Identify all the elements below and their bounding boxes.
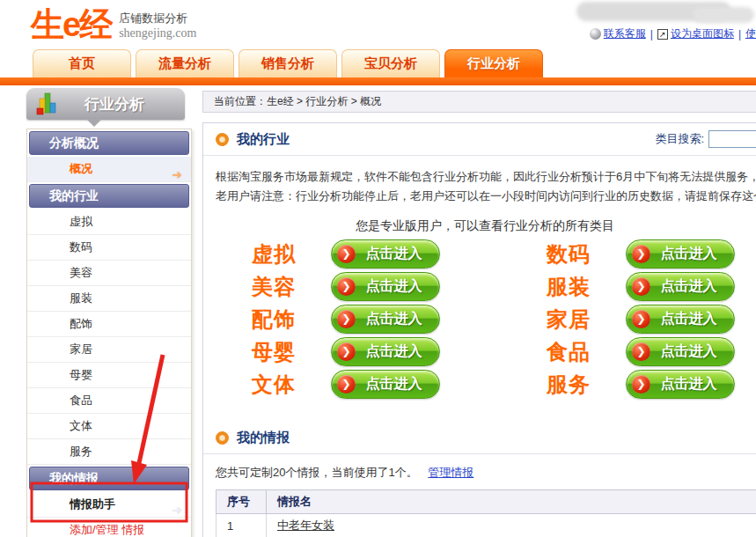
intel-section-header: 我的情报 <box>203 422 756 454</box>
category-cell: 美容 ❯ 点击进入 <box>252 272 547 301</box>
pro-user-note: 您是专业版用户，可以查看行业分析的所有类目 <box>203 218 756 234</box>
category-cell: 配饰 ❯ 点击进入 <box>252 305 547 334</box>
arrow-circle-icon: ❯ <box>337 375 356 394</box>
tab-item-analysis[interactable]: 宝贝分析 <box>341 49 440 77</box>
enter-button-services[interactable]: ❯ 点击进入 <box>626 370 735 399</box>
enter-button-label: 点击进入 <box>661 310 724 328</box>
breadcrumb[interactable]: 当前位置：生e经 > 行业分析 > 概况 <box>202 91 756 113</box>
enter-button-label: 点击进入 <box>661 375 724 394</box>
enter-button-label: 点击进入 <box>366 245 429 263</box>
category-cell: 数码 ❯ 点击进入 <box>547 239 756 268</box>
sidebar-title: 行业分析 <box>84 94 144 114</box>
contact-service-icon <box>590 28 601 40</box>
sidebar-item-beauty[interactable]: 美容 <box>27 261 191 286</box>
active-arrow-icon: ➜ <box>172 162 182 187</box>
sidebar-item-intel-assistant[interactable]: 情报助手 ➜ <box>27 492 191 518</box>
category-label: 文体 <box>252 371 318 399</box>
tab-traffic-analysis[interactable]: 流量分析 <box>136 49 234 77</box>
category-label: 虚拟 <box>252 240 318 268</box>
sidebar-item-manage-intel[interactable]: 添加/管理 情报 <box>27 518 191 537</box>
enter-button-beauty[interactable]: ❯ 点击进入 <box>331 272 440 301</box>
sidebar-item-baby[interactable]: 母婴 <box>27 363 191 388</box>
intel-usage-text: 您共可定制20个情报，当前使用了1个。 <box>216 466 418 479</box>
category-search-input[interactable] <box>708 130 756 148</box>
arrow-circle-icon: ❯ <box>632 310 650 328</box>
enter-button-label: 点击进入 <box>661 277 724 296</box>
section-bullet-icon <box>216 133 229 146</box>
sidebar-item-services[interactable]: 服务 <box>27 439 191 465</box>
arrow-circle-icon: ❯ <box>337 342 356 361</box>
logo-subtitle: 店铺数据分析 <box>119 11 196 26</box>
notice-line-2: 老用户请注意：行业分析功能停止后，老用户还可以在一小段时间内访问到行业的历史数据… <box>203 187 756 206</box>
tab-sales-analysis[interactable]: 销售分析 <box>239 49 337 77</box>
sidebar-item-digital[interactable]: 数码 <box>27 235 191 261</box>
enter-button-digital[interactable]: ❯ 点击进入 <box>626 239 735 268</box>
contact-service-link[interactable]: 联系客服 <box>604 26 646 41</box>
sidebar-item-food[interactable]: 食品 <box>27 388 191 414</box>
category-cell: 服装 ❯ 点击进入 <box>547 272 756 301</box>
category-label: 家居 <box>547 305 613 334</box>
sidebar-item-virtual[interactable]: 虚拟 <box>27 210 191 235</box>
intel-section-title: 我的情报 <box>237 430 290 446</box>
arrow-circle-icon: ❯ <box>337 310 356 328</box>
sidebar-item-home[interactable]: 家居 <box>27 337 191 363</box>
link-separator: | <box>650 28 653 40</box>
cell-name: 中老年女装 <box>267 514 756 537</box>
category-label: 美容 <box>252 273 318 301</box>
sidebar-item-overview[interactable]: 概况 ➜ <box>27 157 191 182</box>
content-panel: 我的行业 类目搜索: 根据淘宝服务市场最新规定，软件不能包含行业分析功能，因此行… <box>202 122 756 537</box>
intel-item-link[interactable]: 中老年女装 <box>277 519 334 532</box>
category-label: 服务 <box>547 371 613 399</box>
menu-header-my-intel: 我的情报 <box>29 467 189 490</box>
sidebar-item-sports[interactable]: 文体 <box>27 414 191 439</box>
col-header-name: 情报名 <box>267 490 756 514</box>
enter-button-baby[interactable]: ❯ 点击进入 <box>331 337 440 366</box>
intel-table-header-row: 序号 情报名 <box>217 490 756 514</box>
enter-button-label: 点击进入 <box>366 342 429 361</box>
sidebar-item-label: 概况 <box>70 162 92 175</box>
main-content: 当前位置：生e经 > 行业分析 > 概况 我的行业 类目搜索: 根据淘宝服务市场… <box>202 91 756 537</box>
enter-button-label: 点击进入 <box>366 277 429 296</box>
category-label: 数码 <box>547 240 613 268</box>
notice-line-2-text: 老用户请注意：行业分析功能停止后，老用户还可以在一小段时间内访问到行业的历史数据… <box>216 189 756 202</box>
enter-button-virtual[interactable]: ❯ 点击进入 <box>331 239 440 268</box>
sidebar: 行业分析 分析概况 概况 ➜ 我的行业 虚拟 数码 美容 服装 配饰 家居 母婴… <box>26 88 192 537</box>
section-bullet-icon <box>216 431 229 445</box>
tab-industry-analysis[interactable]: 行业分析 <box>444 49 543 77</box>
enter-button-accessories[interactable]: ❯ 点击进入 <box>331 305 440 334</box>
industry-section-title: 我的行业 <box>237 131 290 148</box>
topbar-links: 联系客服 | ↗ 设为桌面图标 | 使 <box>590 26 756 41</box>
enter-button-label: 点击进入 <box>661 245 724 263</box>
page-header: 生e经 店铺数据分析 shengejing.com 联系客服 | ↗ 设为桌面图… <box>0 0 756 49</box>
menu-header-my-industry: 我的行业 <box>29 184 189 208</box>
table-row: 1 中老年女装 <box>217 514 756 537</box>
manage-intel-link[interactable]: 管理情报 <box>428 466 473 479</box>
category-grid: 虚拟 ❯ 点击进入 数码 ❯ 点击进入 美容 ❯ 点击进入 <box>252 239 756 399</box>
enter-button-food[interactable]: ❯ 点击进入 <box>626 337 735 366</box>
col-header-no: 序号 <box>217 490 267 514</box>
enter-button-home[interactable]: ❯ 点击进入 <box>626 305 735 334</box>
sidebar-item-clothing[interactable]: 服装 <box>27 286 191 312</box>
enter-button-label: 点击进入 <box>366 310 429 328</box>
sidebar-item-accessories[interactable]: 配饰 <box>27 312 191 337</box>
notice-line-1: 根据淘宝服务市场最新规定，软件不能包含行业分析功能，因此行业分析预计于6月中下旬… <box>203 156 756 187</box>
category-search: 类目搜索: <box>655 130 756 148</box>
link-separator: | <box>738 28 741 40</box>
cutoff-link[interactable]: 使 <box>745 26 756 41</box>
industry-section-header: 我的行业 类目搜索: <box>203 123 756 156</box>
category-cell: 文体 ❯ 点击进入 <box>252 370 547 399</box>
category-label: 母婴 <box>252 338 318 366</box>
category-cell: 服务 ❯ 点击进入 <box>547 370 756 399</box>
site-logo[interactable]: 生e经 店铺数据分析 shengejing.com <box>31 6 196 43</box>
desktop-shortcut-link[interactable]: 设为桌面图标 <box>671 26 734 41</box>
arrow-circle-icon: ❯ <box>337 277 356 296</box>
enter-button-sports[interactable]: ❯ 点击进入 <box>331 370 440 399</box>
category-label: 配饰 <box>252 305 318 334</box>
tab-home[interactable]: 首页 <box>33 49 131 77</box>
category-label: 食品 <box>547 338 613 366</box>
enter-button-clothing[interactable]: ❯ 点击进入 <box>626 272 735 301</box>
arrow-circle-icon: ❯ <box>632 277 650 296</box>
cell-no: 1 <box>217 514 267 537</box>
menu-header-overview: 分析概况 <box>29 131 189 155</box>
intel-table: 序号 情报名 1 中老年女装 <box>216 489 756 537</box>
